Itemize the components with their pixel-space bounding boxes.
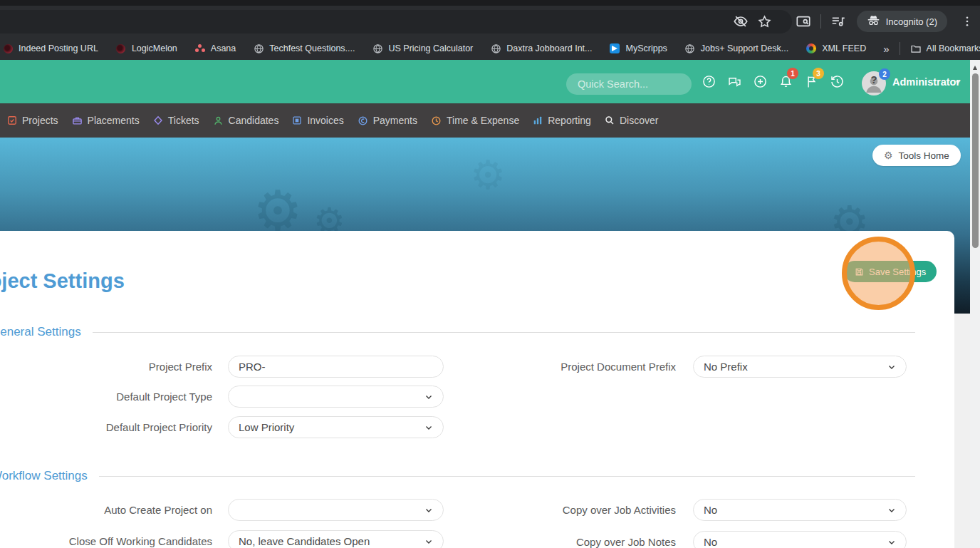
select-value: No, leave Candidates Open <box>239 535 424 547</box>
quick-search-input[interactable] <box>566 73 692 95</box>
default-project-priority-select[interactable]: Low Priority <box>228 416 444 438</box>
bookmark-xml-feed[interactable]: XML FEED <box>806 43 866 54</box>
eye-off-icon[interactable] <box>732 13 749 30</box>
bookmark-techfest-questions[interactable]: Techfest Questions.... <box>253 43 355 54</box>
globe-icon <box>253 43 264 54</box>
select-value: Low Priority <box>239 421 424 433</box>
close-off-working-candidates-select[interactable]: No, leave Candidates Open <box>228 530 444 548</box>
help-icon[interactable] <box>702 74 716 89</box>
nav-label: Placements <box>88 115 140 126</box>
section-workflow-settings: Workflow Settings <box>0 469 915 483</box>
bookmarks-divider <box>900 42 900 55</box>
bookmark-jobs-support-desk[interactable]: Jobs+ Support Desk... <box>684 43 788 54</box>
toolbar-icon-group: Incognito (2) <box>732 6 976 37</box>
tools-home-label: Tools Home <box>899 150 949 161</box>
bookmark-label: XML FEED <box>822 43 866 53</box>
projects-icon <box>7 115 17 125</box>
nav-label: Reporting <box>548 115 591 126</box>
globe-icon <box>684 43 696 54</box>
chevron-down-icon <box>955 81 961 84</box>
nav-label: Candidates <box>229 115 279 126</box>
nav-label: Tickets <box>168 115 199 126</box>
ticket-icon <box>153 115 163 125</box>
bookmark-label: US Pricing Calculator <box>388 43 473 53</box>
tools-home-button[interactable]: ⚙ Tools Home <box>872 145 961 166</box>
bookmark-myscripps[interactable]: MyScripps <box>609 43 667 54</box>
invoice-icon <box>292 115 302 125</box>
bookmark-label: MyScripps <box>625 43 667 53</box>
browser-menu-icon[interactable] <box>959 13 976 30</box>
all-bookmarks-button[interactable]: All Bookmarks <box>910 43 980 54</box>
bookmark-label: Jobs+ Support Desk... <box>701 43 788 53</box>
bookmark-label: Techfest Questions.... <box>269 43 355 53</box>
bookmark-indeed-posting-url[interactable]: Indeed Posting URL <box>2 43 98 54</box>
field-label-close-off-working-candidates: Close Off Working Candidates <box>0 535 212 547</box>
messages-icon[interactable] <box>727 74 742 89</box>
nav-item-placements[interactable]: Placements <box>72 115 140 126</box>
bookmark-daxtra-jobboard[interactable]: Daxtra Jobboard Int... <box>490 43 592 54</box>
nav-item-tickets[interactable]: Tickets <box>153 115 199 126</box>
bookmark-logicmelon[interactable]: LogicMelon <box>115 43 177 54</box>
search-tabs-icon[interactable] <box>795 13 812 30</box>
select-value: No <box>704 536 887 548</box>
user-menu[interactable]: Administrator <box>892 60 960 103</box>
flag-icon[interactable]: 3 <box>804 74 819 89</box>
nav-item-candidates[interactable]: Candidates <box>213 115 279 126</box>
chevron-down-icon <box>887 363 896 371</box>
browser-toolbar: Incognito (2) <box>0 6 980 37</box>
chevron-down-icon <box>887 538 896 547</box>
section-heading: Workflow Settings <box>0 469 88 483</box>
media-controls-icon[interactable] <box>830 13 847 30</box>
chevron-down-icon <box>424 423 433 432</box>
chevron-down-icon <box>887 506 896 515</box>
field-label-project-prefix: Project Prefix <box>0 361 212 373</box>
nav-item-reporting[interactable]: Reporting <box>533 115 591 126</box>
auto-create-project-on-select[interactable] <box>228 499 444 521</box>
chevron-down-icon <box>424 506 433 515</box>
section-divider <box>99 476 915 477</box>
bookmark-asana[interactable]: Asana <box>194 43 236 54</box>
gear-decoration-icon: ⚙ <box>470 152 506 198</box>
default-project-type-select[interactable] <box>228 386 444 408</box>
nav-item-projects[interactable]: Projects <box>7 115 58 126</box>
flag-badge: 3 <box>813 68 824 79</box>
address-bar[interactable] <box>0 10 792 33</box>
bookmarks-overflow-icon[interactable]: » <box>883 43 889 55</box>
nav-label: Time & Expense <box>447 115 519 126</box>
section-divider <box>93 332 915 333</box>
nav-item-payments[interactable]: Payments <box>358 115 417 126</box>
scrollbar-up-arrow[interactable] <box>973 66 977 70</box>
scrollbar-thumb[interactable] <box>972 73 979 248</box>
site-favicon-icon <box>2 43 14 54</box>
bar-chart-icon <box>533 115 543 125</box>
bookmark-star-icon[interactable] <box>756 13 773 30</box>
page-scrollbar[interactable] <box>970 60 980 548</box>
page-title: Project Settings <box>0 269 125 293</box>
add-new-icon[interactable] <box>753 74 768 89</box>
copy-over-job-activities-select[interactable]: No <box>693 499 907 521</box>
avatar[interactable]: ? 2 <box>862 71 886 95</box>
myscripps-icon <box>609 43 620 54</box>
section-heading: General Settings <box>0 325 81 339</box>
history-icon[interactable] <box>830 74 845 89</box>
bookmark-us-pricing-calculator[interactable]: US Pricing Calculator <box>372 43 473 54</box>
folder-icon <box>910 43 922 54</box>
bookmarks-right-group: » All Bookmarks <box>883 42 980 55</box>
site-favicon-icon <box>115 43 127 54</box>
briefcase-icon <box>72 115 83 126</box>
project-document-prefix-select[interactable]: No Prefix <box>693 356 907 378</box>
nav-item-invoices[interactable]: Invoices <box>292 115 343 126</box>
copy-over-job-notes-select[interactable]: No <box>693 531 907 548</box>
field-label-auto-create-project-on: Auto Create Project on <box>0 504 212 516</box>
nav-item-time-expense[interactable]: Time & Expense <box>431 115 519 126</box>
notifications-bell-icon[interactable]: 1 <box>778 74 793 89</box>
bookmarks-bar: Indeed Posting URL LogicMelon Asana Tech… <box>0 37 980 60</box>
project-prefix-input[interactable] <box>228 356 444 378</box>
color-wheel-icon <box>806 43 817 54</box>
field-label-copy-over-job-activities: Copy over Job Activities <box>484 504 676 516</box>
nav-item-discover[interactable]: Discover <box>605 115 658 126</box>
chevron-down-icon <box>424 537 433 546</box>
incognito-indicator[interactable]: Incognito (2) <box>857 11 947 32</box>
nav-label: Projects <box>22 115 58 126</box>
section-general-settings: General Settings <box>0 325 915 339</box>
